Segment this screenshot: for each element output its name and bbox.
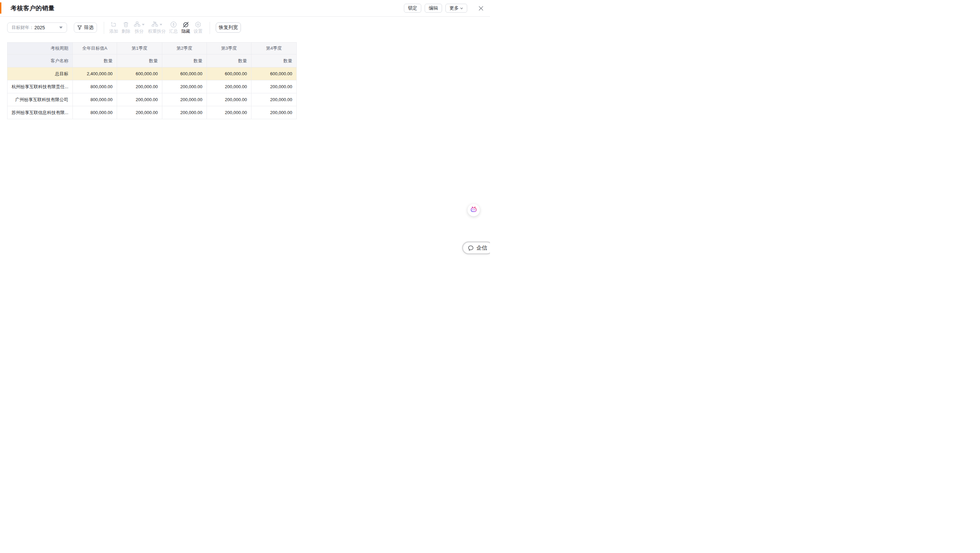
weight-split-dropdown-caret-icon xyxy=(159,24,162,25)
table-header-row-period: 考核周期 全年目标值A 第1季度 第2季度 第3季度 第4季度 xyxy=(8,43,297,54)
settings-action-label: 设置 xyxy=(194,29,202,34)
value-cell[interactable]: 200,000.00 xyxy=(207,80,251,93)
add-card-icon xyxy=(110,21,117,28)
split-action[interactable]: 拆分 xyxy=(134,21,145,34)
lock-button[interactable]: 锁定 xyxy=(404,4,421,13)
qixin-label: 企信 xyxy=(476,244,487,252)
value-cell[interactable]: 600,000.00 xyxy=(117,67,162,80)
table-row[interactable]: 苏州纷享互联信息科技有限... 800,000.00 200,000.00 20… xyxy=(8,106,297,119)
targets-table: 考核周期 全年目标值A 第1季度 第2季度 第3季度 第4季度 客户名称 数量 … xyxy=(7,42,297,119)
row-name-cell: 杭州纷享互联科技有限责任... xyxy=(8,80,73,93)
hide-action-label: 隐藏 xyxy=(181,29,190,34)
delete-action-label: 删除 xyxy=(121,29,130,34)
robot-icon xyxy=(469,206,478,214)
qty-header-cell: 数量 xyxy=(251,54,296,67)
funnel-icon xyxy=(77,25,82,30)
org-split-icon xyxy=(134,21,140,28)
table-row[interactable]: 杭州纷享互联科技有限责任... 800,000.00 200,000.00 20… xyxy=(8,80,297,93)
value-cell[interactable]: 600,000.00 xyxy=(251,67,296,80)
value-cell[interactable]: 800,000.00 xyxy=(73,80,117,93)
toolbar: 目标财年： 2025 筛选 添加 删除 拆分 xyxy=(0,16,490,40)
table-header-row-qty: 客户名称 数量 数量 数量 数量 数量 xyxy=(8,54,297,67)
column-header-q3[interactable]: 第3季度 xyxy=(207,43,251,54)
rollup-icon xyxy=(170,21,177,28)
more-button[interactable]: 更多 xyxy=(445,4,467,13)
customer-header-cell: 客户名称 xyxy=(8,54,73,67)
value-cell[interactable]: 2,400,000.00 xyxy=(73,67,117,80)
qty-header-cell: 数量 xyxy=(162,54,207,67)
chevron-down-icon xyxy=(460,7,463,10)
value-cell[interactable]: 200,000.00 xyxy=(251,93,296,106)
split-dropdown-caret-icon xyxy=(142,24,145,25)
period-header-cell: 考核周期 xyxy=(8,43,73,54)
table-row[interactable]: 广州纷享互联科技有限公司 800,000.00 200,000.00 200,0… xyxy=(8,93,297,106)
caret-down-icon xyxy=(59,27,63,29)
value-cell[interactable]: 800,000.00 xyxy=(73,106,117,119)
table-row-total[interactable]: 总目标 2,400,000.00 600,000.00 600,000.00 6… xyxy=(8,67,297,80)
delete-action[interactable]: 删除 xyxy=(121,21,130,34)
qty-header-cell: 数量 xyxy=(207,54,251,67)
fiscal-year-select[interactable]: 目标财年： 2025 xyxy=(7,22,67,33)
filter-button[interactable]: 筛选 xyxy=(74,22,97,33)
value-cell[interactable]: 600,000.00 xyxy=(162,67,207,80)
value-cell[interactable]: 600,000.00 xyxy=(207,67,251,80)
value-cell[interactable]: 800,000.00 xyxy=(73,93,117,106)
column-header-q4[interactable]: 第4季度 xyxy=(251,43,296,54)
fiscal-year-value: 2025 xyxy=(34,25,45,30)
value-cell[interactable]: 200,000.00 xyxy=(117,80,162,93)
close-icon[interactable] xyxy=(478,5,484,11)
split-action-label: 拆分 xyxy=(135,29,143,34)
column-header-q1[interactable]: 第1季度 xyxy=(117,43,162,54)
weight-split-icon xyxy=(151,21,158,28)
qty-header-cell: 数量 xyxy=(73,54,117,67)
weight-split-action-label: 权重拆分 xyxy=(148,29,166,34)
value-cell[interactable]: 200,000.00 xyxy=(207,106,251,119)
restore-column-width-button[interactable]: 恢复列宽 xyxy=(216,22,241,33)
add-action-label: 添加 xyxy=(109,29,118,34)
lock-button-label: 锁定 xyxy=(408,5,417,11)
eye-off-icon xyxy=(182,21,189,28)
filter-button-label: 筛选 xyxy=(84,24,94,31)
weight-split-action[interactable]: 权重拆分 xyxy=(148,21,166,34)
value-cell[interactable]: 200,000.00 xyxy=(117,93,162,106)
trash-icon xyxy=(123,21,129,28)
value-cell[interactable]: 200,000.00 xyxy=(162,93,207,106)
settings-action[interactable]: 设置 xyxy=(194,21,202,34)
more-button-label: 更多 xyxy=(450,5,459,11)
qty-header-cell: 数量 xyxy=(117,54,162,67)
row-name-cell: 苏州纷享互联信息科技有限... xyxy=(8,106,73,119)
column-header-q2[interactable]: 第2季度 xyxy=(162,43,207,54)
settings-icon xyxy=(195,21,202,28)
value-cell[interactable]: 200,000.00 xyxy=(251,80,296,93)
row-name-cell: 广州纷享互联科技有限公司 xyxy=(8,93,73,106)
add-action[interactable]: 添加 xyxy=(109,21,118,34)
value-cell[interactable]: 200,000.00 xyxy=(117,106,162,119)
value-cell[interactable]: 200,000.00 xyxy=(162,106,207,119)
edit-button-label: 编辑 xyxy=(429,5,438,11)
page-title: 考核客户的销量 xyxy=(11,0,55,16)
toolbar-divider xyxy=(210,22,210,34)
hide-action[interactable]: 隐藏 xyxy=(181,21,190,34)
row-name-cell: 总目标 xyxy=(8,67,73,80)
restore-column-width-label: 恢复列宽 xyxy=(219,24,238,31)
accent-bar xyxy=(0,2,2,14)
ai-assistant-button[interactable] xyxy=(468,204,480,216)
title-bar: 考核客户的销量 锁定 编辑 更多 xyxy=(0,0,490,17)
edit-button[interactable]: 编辑 xyxy=(425,4,442,13)
qixin-chat-button[interactable]: 企信 xyxy=(462,241,490,254)
value-cell[interactable]: 200,000.00 xyxy=(162,80,207,93)
fiscal-year-label: 目标财年： xyxy=(11,24,34,31)
toolbar-action-group: 添加 删除 拆分 权重拆分 汇总 隐藏 xyxy=(109,21,202,34)
toolbar-divider xyxy=(104,22,104,34)
value-cell[interactable]: 200,000.00 xyxy=(251,106,296,119)
value-cell[interactable]: 200,000.00 xyxy=(207,93,251,106)
rollup-action-label: 汇总 xyxy=(169,29,178,34)
column-header-annual[interactable]: 全年目标值A xyxy=(73,43,117,54)
titlebar-actions: 锁定 编辑 更多 xyxy=(404,0,484,16)
rollup-action[interactable]: 汇总 xyxy=(169,21,178,34)
chat-bubble-icon xyxy=(468,245,474,251)
